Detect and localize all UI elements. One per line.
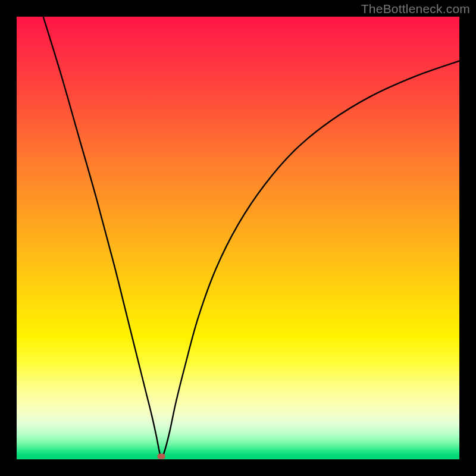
bottleneck-curve [43,17,459,457]
data-marker [158,453,165,459]
chart-frame: TheBottleneck.com [0,0,476,476]
curve-svg [17,17,459,459]
watermark-text: TheBottleneck.com [361,2,470,16]
plot-area [17,17,459,459]
